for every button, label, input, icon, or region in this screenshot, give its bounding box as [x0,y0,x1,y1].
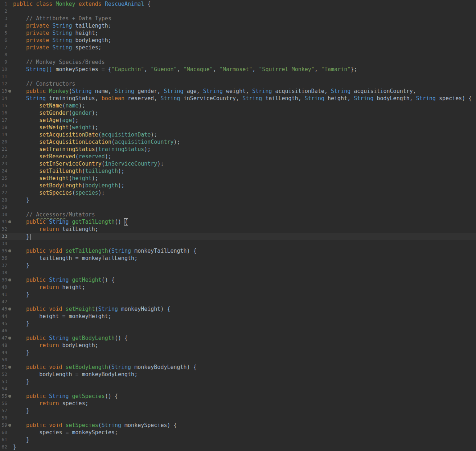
line-number[interactable]: 36 [0,255,7,262]
line-number[interactable]: 17 [0,117,7,124]
line-number[interactable]: 47 [0,334,7,342]
code-line[interactable]: 20 setAcquisitionLocation(acquisitionCou… [0,138,476,146]
line-number[interactable]: 11 [0,73,7,80]
line-number[interactable]: 10 [0,66,7,73]
line-number[interactable]: 41 [0,291,7,298]
code-line[interactable]: 21 setTrainingStatus(trainingStatus); [0,146,476,153]
line-number[interactable]: 40 [0,284,7,291]
line-number[interactable]: 26 [0,182,7,189]
code-line[interactable]: 15 setName(name); [0,102,476,109]
line-number[interactable]: 62 [0,443,7,451]
line-number[interactable]: 37 [0,262,7,269]
code-line[interactable]: 37 } [0,262,476,269]
line-number[interactable]: 14 [0,95,7,102]
line-number[interactable]: 16 [0,109,7,117]
code-line[interactable]: 56 return species; [0,400,476,407]
code-line[interactable]: 35 public void setTailLength(String monk… [0,247,476,255]
code-line[interactable]: 4 private String tailLength; [0,22,476,29]
line-number[interactable]: 4 [0,22,7,29]
line-number[interactable]: 18 [0,124,7,131]
code-line[interactable]: 8 [0,51,476,58]
line-number[interactable]: 19 [0,131,7,138]
code-line[interactable]: 6 private String bodyLength; [0,37,476,44]
code-line[interactable]: 11 [0,73,476,80]
line-number[interactable]: 57 [0,407,7,414]
line-number[interactable]: 2 [0,8,7,15]
code-line[interactable]: 18 setWeight(weight); [0,124,476,131]
code-line[interactable]: 24 setTailLength(tailLength); [0,167,476,175]
code-line[interactable]: 7 private String species; [0,44,476,51]
line-number[interactable]: 31 [0,218,7,226]
line-number[interactable]: 45 [0,320,7,327]
code-line[interactable]: 38 [0,269,476,276]
line-number[interactable]: 53 [0,378,7,385]
code-line[interactable]: 23 setInServiceCountry(inServiceCountry)… [0,160,476,167]
code-line[interactable]: 39 public String getHeight() { [0,276,476,284]
code-line[interactable]: 3 // Attributes + Data Types [0,15,476,22]
line-number[interactable]: 46 [0,327,7,334]
line-number[interactable]: 22 [0,153,7,160]
code-line[interactable]: 62} [0,443,476,451]
line-number[interactable]: 55 [0,393,7,400]
code-line[interactable]: 57 } [0,407,476,414]
line-number[interactable]: 20 [0,138,7,146]
line-number[interactable]: 34 [0,240,7,247]
line-number[interactable]: 33 [0,233,7,240]
line-number[interactable]: 23 [0,160,7,167]
line-number[interactable]: 52 [0,371,7,378]
line-number[interactable]: 15 [0,102,7,109]
line-number[interactable]: 54 [0,385,7,393]
code-line[interactable]: 29 [0,204,476,211]
code-line[interactable]: 42 [0,298,476,305]
code-line[interactable]: 9 // Monkey Species/Breeds [0,58,476,66]
line-number[interactable]: 39 [0,276,7,284]
line-number[interactable]: 8 [0,51,7,58]
line-number[interactable]: 32 [0,226,7,233]
line-number[interactable]: 28 [0,196,7,204]
code-line[interactable]: 1public class Monkey extends RescueAnima… [0,0,476,8]
code-line[interactable]: 19 setAcquisitionDate(acquisitionDate); [0,131,476,138]
code-line[interactable]: 16 setGender(gender); [0,109,476,117]
code-line[interactable]: 25 setHeight(height); [0,175,476,182]
code-line[interactable]: 60 species = monkeySpecies; [0,429,476,436]
code-line[interactable]: 28 } [0,196,476,204]
code-line[interactable]: 50 [0,356,476,363]
line-number[interactable]: 25 [0,175,7,182]
line-number[interactable]: 21 [0,146,7,153]
code-line[interactable]: 43 public void setHeight(String monkeyHe… [0,305,476,313]
line-number[interactable]: 42 [0,298,7,305]
code-line[interactable]: 44 height = monkeyHeight; [0,313,476,320]
code-line[interactable]: 45 } [0,320,476,327]
code-line[interactable]: 36 tailLength = monkeyTailLength; [0,255,476,262]
code-line[interactable]: 59 public void setSpecies(String monkeyS… [0,422,476,429]
code-line[interactable]: 41 } [0,291,476,298]
code-line[interactable]: 32 return tailLength; [0,226,476,233]
code-line[interactable]: 14 String trainingStatus, boolean reserv… [0,95,476,102]
line-number[interactable]: 51 [0,363,7,371]
code-line[interactable]: 61 } [0,436,476,443]
code-line[interactable]: 22 setReserved(reserved); [0,153,476,160]
code-line[interactable]: 40 return height; [0,284,476,291]
line-number[interactable]: 27 [0,189,7,196]
code-line[interactable]: 52 bodyLength = monkeyBodyLength; [0,371,476,378]
code-line[interactable]: 2 [0,8,476,15]
code-line[interactable]: 10 String[] monkeySpecies = {"Capuchin",… [0,66,476,73]
line-number[interactable]: 29 [0,204,7,211]
code-line[interactable]: 55 public String getSpecies() { [0,393,476,400]
code-line[interactable]: 13 public Monkey(String name, String gen… [0,88,476,95]
line-number[interactable]: 7 [0,44,7,51]
line-number[interactable]: 61 [0,436,7,443]
code-line[interactable]: 33 } [0,233,476,240]
line-number[interactable]: 50 [0,356,7,363]
code-editor[interactable]: 1public class Monkey extends RescueAnima… [0,0,476,451]
code-line[interactable]: 49 } [0,349,476,356]
code-line[interactable]: 48 return bodyLength; [0,342,476,349]
line-number[interactable]: 35 [0,247,7,255]
code-line[interactable]: 17 setAge(age); [0,117,476,124]
code-line[interactable]: 26 setBodyLength(bodyLength); [0,182,476,189]
code-line[interactable]: 31 public String getTailLength() { [0,218,476,226]
code-line[interactable]: 34 [0,240,476,247]
code-line[interactable]: 27 setSpecies(species); [0,189,476,196]
code-line[interactable]: 12 // Constructors [0,80,476,88]
code-line[interactable]: 5 private String height; [0,29,476,37]
